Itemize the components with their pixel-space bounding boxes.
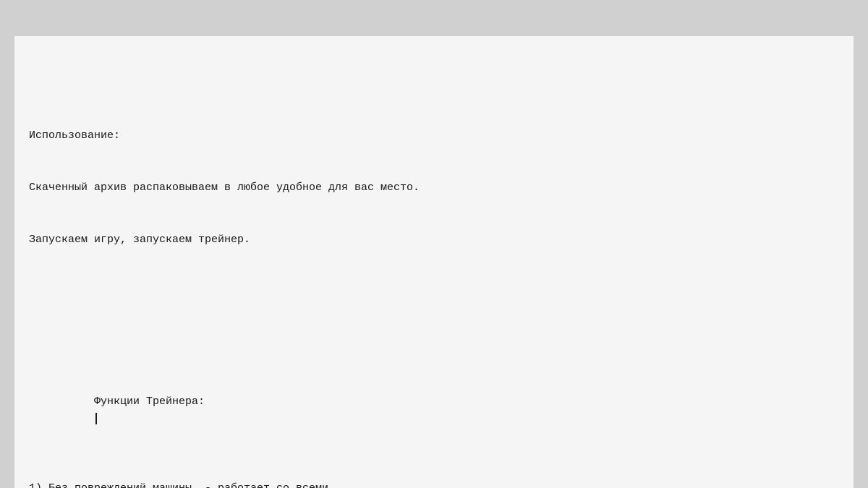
main-container: Использование: Скаченный архив распаковы… (0, 14, 868, 488)
usage-title: Использование: (29, 127, 839, 145)
usage-line1: Скаченный архив распаковываем в любое уд… (29, 179, 839, 197)
functions-title: Функции Трейнера: (29, 376, 839, 445)
usage-line2: Запускаем игру, запускаем трейнер. (29, 231, 839, 249)
text-content: Использование: Скаченный архив распаковы… (29, 58, 839, 488)
text-cursor (95, 413, 97, 424)
function-item-1: 1) Без повреждений машины. - работает со… (29, 480, 839, 488)
usage-section: Использование: Скаченный архив распаковы… (29, 93, 839, 283)
functions-section: Функции Трейнера: 1) Без повреждений маш… (29, 341, 839, 488)
content-box: Использование: Скаченный архив распаковы… (14, 36, 854, 488)
